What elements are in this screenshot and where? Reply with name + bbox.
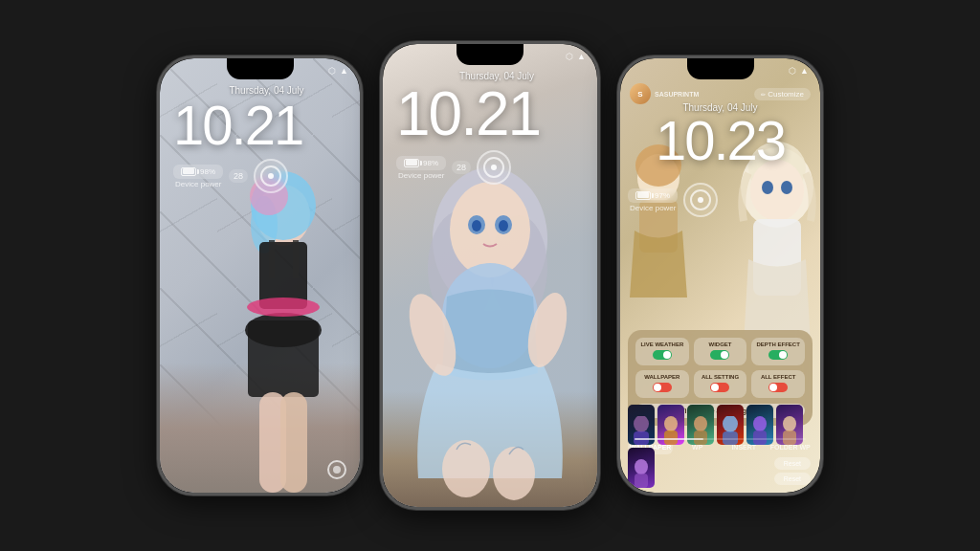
toggle-wallpaper[interactable]	[653, 383, 672, 392]
phone-3-wrapper: ⬡ ▲ S SASUPRINTM ✏ Customize	[617, 55, 823, 496]
wifi-icon-2: ▲	[577, 52, 586, 61]
phone-1-power-widget: 98% Device power	[173, 165, 223, 188]
phone-2-power-label: Device power	[396, 171, 446, 180]
phone-2-screen: ⬡ ▲ Thursday, 04 July 10.21 98% Dev	[383, 44, 597, 507]
bluetooth-icon: ⬡	[328, 66, 336, 76]
phone-1-battery: 98%	[173, 165, 223, 179]
phone-1-time: 10.21	[173, 98, 360, 153]
scrollbar-thumb	[635, 438, 703, 440]
phone-3-screen: ⬡ ▲ S SASUPRINTM ✏ Customize	[620, 58, 820, 493]
setting-widget[interactable]: WIDGET	[694, 338, 747, 365]
toggle-widget[interactable]	[710, 350, 729, 360]
circle-inner	[260, 165, 281, 187]
phone-3-ui: S SASUPRINTM ✏ Customize Thursday, 04 Ju…	[620, 58, 820, 493]
setting-all-effect[interactable]: ALL EFFECT	[751, 370, 805, 398]
svg-point-44	[783, 416, 796, 431]
wifi-icon-3: ▲	[800, 66, 809, 76]
phone-3-widgets: 97% Device power	[628, 183, 820, 217]
phone-2-status-bar: ⬡ ▲	[383, 52, 597, 61]
toggle-depth[interactable]	[768, 350, 788, 360]
wifi-icon: ▲	[340, 66, 348, 76]
customize-label: Customize	[768, 90, 804, 99]
setting-label-1: LIVE WEATHER	[639, 342, 685, 348]
svg-point-46	[635, 459, 648, 474]
toggle-all-effect[interactable]	[768, 383, 788, 392]
wallpaper-thumb-7[interactable]	[628, 448, 655, 488]
phone-2-battery: 98%	[396, 156, 446, 170]
phone-2-lock-overlay: Thursday, 04 July 10.21 98% Device power…	[383, 44, 597, 507]
circle-inner-3	[690, 189, 711, 210]
svg-point-38	[694, 416, 707, 431]
setting-label-6: ALL EFFECT	[755, 374, 801, 381]
phone-3-status-bar: ⬡ ▲	[620, 66, 820, 76]
phone-1-camera	[327, 460, 346, 479]
phone-1-temp: 28	[229, 169, 248, 183]
circle-dot	[268, 173, 274, 179]
phone-1-battery-pct: 98%	[200, 167, 215, 176]
setting-label-2: WIDGET	[698, 342, 744, 348]
phone-2-circle-widget	[477, 150, 511, 185]
circle-dot-3	[698, 197, 703, 203]
phone-1-status-bar: ⬡ ▲	[160, 66, 360, 76]
reset-button-2[interactable]: Reset	[774, 473, 811, 485]
setting-label-5: ALL SETTING	[698, 374, 744, 381]
setting-depth-effect[interactable]: DEPTH EFFECT	[751, 338, 805, 365]
battery-fill	[183, 168, 194, 174]
phone-3: ⬡ ▲ S SASUPRINTM ✏ Customize	[617, 55, 823, 496]
phone-2-temp: 28	[452, 161, 471, 174]
toggle-live-weather[interactable]	[653, 350, 672, 360]
toggle-all-setting[interactable]	[710, 383, 729, 392]
bluetooth-icon-2: ⬡	[566, 52, 573, 61]
app-avatar: S	[630, 83, 651, 104]
app-name: SASUPRINTM	[655, 91, 699, 98]
phone-2-battery-pct: 98%	[423, 159, 438, 167]
wp-figure-7	[628, 448, 655, 488]
phone-3-battery: 97%	[628, 188, 678, 203]
customize-button[interactable]: ✏ Customize	[754, 88, 811, 100]
svg-point-42	[753, 416, 767, 431]
phone-1-wrapper: ⬡ ▲ Thursday, 04 July 10.21 98% Dev	[157, 55, 363, 496]
setting-label-3: DEPTH EFFECT	[755, 342, 801, 348]
phone-1-power-label: Device power	[173, 180, 223, 188]
phone-3-power-label: Device power	[628, 204, 678, 212]
phone-2-power-widget: 98% Device power	[396, 156, 446, 180]
svg-point-34	[634, 416, 649, 432]
settings-grid: LIVE WEATHER WIDGET DEPTH EFFECT	[635, 338, 805, 398]
phone-2-widgets: 98% Device power 28	[396, 150, 597, 185]
battery-fill-2	[406, 160, 417, 165]
phone-2-wrapper: ⬡ ▲ Thursday, 04 July 10.21 98% Dev	[380, 41, 600, 510]
phone-3-battery-pct: 97%	[655, 191, 670, 200]
setting-all-setting[interactable]: ALL SETTING	[694, 370, 747, 398]
phone-1: ⬡ ▲ Thursday, 04 July 10.21 98% Dev	[157, 55, 363, 496]
phone-1-circle-widget	[254, 159, 288, 193]
circle-inner-2	[483, 157, 504, 178]
svg-point-40	[723, 416, 738, 432]
phone-2: ⬡ ▲ Thursday, 04 July 10.21 98% Dev	[380, 41, 600, 510]
phone-1-screen: ⬡ ▲ Thursday, 04 July 10.21 98% Dev	[160, 58, 360, 493]
phone-1-widgets: 98% Device power 28	[173, 159, 360, 193]
phone-3-time: 10.23	[620, 113, 820, 168]
battery-icon	[181, 167, 196, 176]
phone-3-circle-widget	[683, 183, 718, 217]
battery-icon-3	[635, 191, 651, 200]
battery-fill-3	[637, 192, 649, 198]
setting-wallpaper[interactable]: WALLPAPER	[635, 370, 689, 398]
phone-1-lock-overlay: Thursday, 04 July 10.21 98% Device power…	[160, 58, 360, 493]
svg-rect-47	[635, 474, 648, 488]
phone-2-time: 10.21	[396, 83, 597, 144]
scrollbar-track	[635, 438, 806, 440]
bluetooth-icon-3: ⬡	[789, 66, 796, 76]
svg-point-36	[664, 416, 678, 431]
phone-3-app-header: S SASUPRINTM	[630, 83, 699, 104]
battery-icon-2	[404, 159, 419, 167]
reset-button-1[interactable]: Reset	[774, 457, 811, 470]
setting-label-4: WALLPAPER	[639, 374, 685, 381]
phone-3-power-widget: 97% Device power	[628, 188, 678, 212]
circle-dot-2	[491, 165, 497, 170]
setting-live-weather[interactable]: LIVE WEATHER	[635, 338, 689, 365]
pencil-icon: ✏	[761, 91, 766, 98]
